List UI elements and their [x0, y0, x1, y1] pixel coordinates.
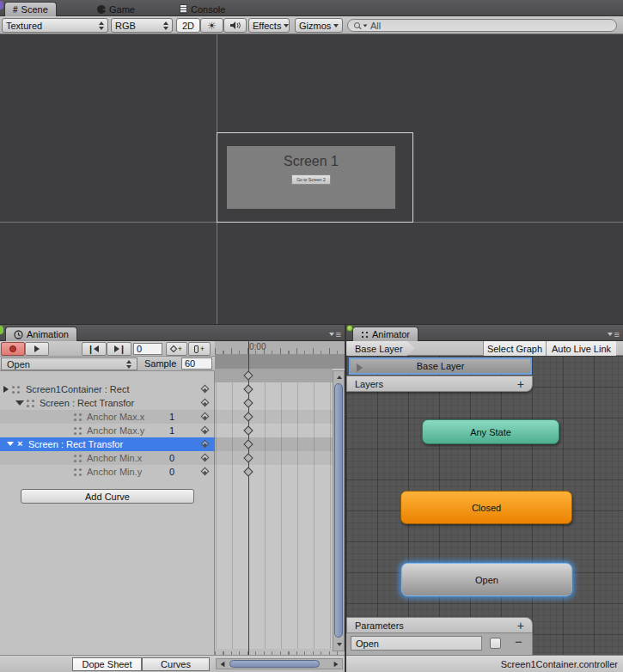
animator-panel-menu[interactable]: ≡ [608, 329, 620, 339]
row-keyframe-icon[interactable] [201, 412, 210, 421]
sample-field[interactable]: 60 [181, 357, 212, 370]
gizmos-dropdown[interactable]: Gizmos [295, 18, 343, 33]
property-row-selected[interactable]: × Screen : Rect Transfor [0, 437, 215, 451]
sun-icon: ☀ [207, 20, 217, 32]
property-label: Screen1Container : Rect [26, 384, 129, 394]
vertical-scroll-thumb[interactable] [334, 383, 343, 638]
tab-game[interactable]: Game [92, 2, 140, 16]
auto-live-link-button[interactable]: Auto Live Link [546, 341, 616, 356]
remove-parameter-button[interactable]: − [515, 634, 522, 649]
parameters-shelf[interactable]: Parameters + [346, 617, 533, 633]
property-row[interactable]: Anchor Max.x 1 [0, 410, 215, 424]
row-keyframe-icon[interactable] [201, 440, 210, 449]
timeline-ruler[interactable]: 0:00 [215, 341, 345, 355]
animation-tab-strip: Animation ≡ [0, 325, 345, 341]
add-layer-button[interactable]: + [517, 377, 524, 391]
clip-dropdown[interactable]: Open [1, 357, 137, 370]
tab-console[interactable]: Console [174, 2, 230, 16]
purple-marker-dot [0, 1, 3, 9]
scene-view[interactable]: Screen 1 Go to Screen 2 [0, 34, 623, 324]
property-value: 1 [169, 425, 174, 436]
state-any-state[interactable]: Any State [422, 419, 559, 444]
clip-name: Open [7, 359, 30, 370]
render-mode-dropdown[interactable]: RGB [111, 18, 173, 33]
property-label: Anchor Max.x [87, 412, 144, 422]
curves-tab[interactable]: Curves [142, 657, 210, 671]
effects-label: Effects [253, 21, 281, 31]
row-keyframe-icon[interactable] [201, 467, 210, 476]
prev-key-icon [94, 345, 99, 352]
property-value: 1 [169, 412, 174, 422]
search-input[interactable]: All [347, 19, 617, 32]
first-key-button[interactable]: | [82, 342, 107, 356]
tab-animation[interactable]: Animation [5, 327, 77, 341]
row-keyframe-icon[interactable] [201, 426, 210, 435]
row-keyframe-icon[interactable] [201, 399, 210, 407]
select-graph-button[interactable]: Select Graph [483, 341, 546, 356]
updown-arrows-icon [126, 360, 131, 369]
breadcrumb-base-layer[interactable]: Base Layer [347, 341, 415, 356]
timeline-horizontal-scrollbar[interactable] [216, 658, 343, 669]
tab-animator[interactable]: Animator [352, 327, 418, 341]
dopesheet-timeline[interactable] [215, 355, 345, 655]
layers-label: Layers [355, 379, 383, 389]
timeline-stripe-row [215, 410, 333, 424]
animator-graph[interactable]: Base Layer Layers + Any State Closed Ope… [346, 356, 623, 655]
foldout-open-icon[interactable] [15, 400, 24, 406]
state-open-selected[interactable]: Open [401, 563, 572, 596]
parameters-label: Parameters [355, 620, 404, 631]
clock-icon [14, 330, 23, 339]
scroll-up-icon[interactable] [337, 376, 342, 379]
tab-scene[interactable]: # Scene [4, 2, 57, 16]
row-keyframe-icon[interactable] [201, 454, 210, 462]
frame-field[interactable]: 0 [133, 343, 162, 355]
state-closed[interactable]: Closed [400, 491, 572, 524]
audio-toggle-button[interactable] [223, 18, 247, 33]
timeline-master-row [215, 369, 333, 382]
draw-mode-dropdown[interactable]: Textured [2, 18, 108, 33]
property-row[interactable]: Anchor Min.y 0 [0, 465, 215, 479]
animator-breadcrumb-row: Base Layer Select Graph Auto Live Link [346, 341, 623, 356]
next-key-icon [114, 345, 119, 352]
parameter-name-field[interactable]: Open [351, 636, 482, 651]
property-value: 0 [169, 467, 174, 477]
tab-animation-label: Animation [27, 329, 69, 339]
horizontal-scroll-thumb[interactable] [229, 660, 320, 668]
scroll-right-icon[interactable] [334, 662, 339, 667]
go-to-screen2-button[interactable]: Go to Screen 2 [291, 174, 331, 185]
add-parameter-button[interactable]: + [517, 619, 524, 632]
property-row[interactable]: Screen1Container : Rect [0, 382, 215, 396]
play-button[interactable] [25, 342, 49, 356]
keyframe-diamond-icon [170, 345, 177, 352]
animator-tab-strip: Animator ≡ [346, 325, 623, 341]
base-layer-bar[interactable]: Base Layer [349, 357, 532, 375]
foldout-open-icon[interactable] [7, 442, 14, 446]
scroll-down-icon[interactable] [337, 643, 342, 646]
add-curve-button[interactable]: Add Curve [21, 489, 194, 504]
green-marker-dot [0, 326, 3, 334]
add-event-button[interactable]: + [188, 342, 211, 356]
2d-toggle-button[interactable]: 2D [176, 18, 200, 33]
add-keyframe-button[interactable]: + [166, 342, 187, 356]
menu-icon: ≡ [336, 329, 341, 339]
speaker-icon [229, 21, 241, 30]
parameter-checkbox[interactable] [490, 638, 501, 649]
dope-sheet-tab[interactable]: Dope Sheet [72, 657, 142, 671]
foldout-closed-icon[interactable] [3, 386, 9, 393]
last-key-button[interactable]: | [107, 342, 131, 356]
state-label: Open [475, 575, 498, 585]
scroll-left-icon[interactable] [221, 662, 225, 667]
timeline-vertical-scrollbar[interactable] [333, 370, 345, 651]
timeline-dark-band [215, 355, 345, 369]
screen1-title: Screen 1 [227, 154, 395, 169]
row-keyframe-icon[interactable] [201, 385, 210, 394]
effects-dropdown[interactable]: Effects [248, 18, 290, 33]
record-button[interactable] [1, 342, 25, 356]
lighting-toggle-button[interactable]: ☀ [200, 18, 223, 33]
animation-panel-menu[interactable]: ≡ [329, 329, 341, 339]
property-row[interactable]: Screen : Rect Transfor [0, 396, 215, 410]
property-row[interactable]: Anchor Min.x 0 [0, 451, 215, 465]
layers-shelf[interactable]: Layers + [346, 376, 533, 392]
rect-transform-icon [27, 400, 29, 402]
property-row[interactable]: Anchor Max.y 1 [0, 424, 215, 437]
